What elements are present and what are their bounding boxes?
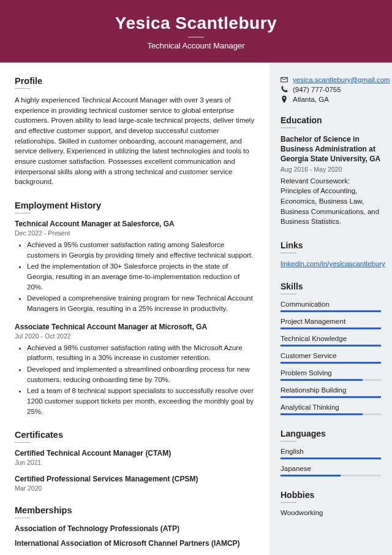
skill-item-bar-fill	[281, 396, 381, 398]
section-rule	[15, 213, 31, 213]
certificates-section: Certificates Certified Technical Account…	[15, 430, 255, 492]
section-rule	[15, 88, 31, 89]
skill-item-bar	[281, 327, 381, 329]
skill-item-label: Customer Service	[281, 352, 381, 359]
phone-text: (947) 777-0755	[293, 86, 341, 93]
certificate-date: Jun 2021	[15, 459, 255, 466]
profile-text: A highly experienced Technical Account M…	[15, 95, 255, 187]
section-rule	[281, 502, 296, 503]
phone-icon	[281, 86, 288, 93]
membership-item: Association of Technology Professionals …	[15, 524, 255, 533]
languages-heading: Languages	[281, 429, 381, 438]
email-link[interactable]: yesica.scantlebury@gmail.com	[293, 76, 390, 83]
section-rule	[15, 518, 31, 518]
profile-heading: Profile	[15, 76, 255, 86]
contact-email-row: yesica.scantlebury@gmail.com	[281, 76, 381, 83]
skills-heading: Skills	[281, 281, 381, 291]
skill-item: Analytical Thinking	[281, 404, 381, 415]
education-degree: Bachelor of Science in Business Administ…	[281, 134, 381, 164]
education-dates: Aug 2016 - May 2020	[281, 166, 381, 173]
links-heading: Links	[281, 240, 381, 250]
skill-item: Communication	[281, 300, 381, 312]
skill-item-bar	[281, 379, 381, 381]
skills-section: Skills CommunicationProject ManagementTe…	[281, 281, 381, 415]
skill-item-bar-fill	[281, 327, 381, 329]
employment-heading: Employment History	[15, 201, 255, 210]
job-bullet: Developed a comprehensive training progr…	[27, 293, 255, 313]
section-rule	[281, 128, 296, 128]
job-dates: Dec 2022 - Present	[15, 229, 255, 237]
person-title: Technical Account Manager	[0, 41, 392, 50]
skill-item-bar	[281, 345, 381, 346]
skill-item-label: Analytical Thinking	[281, 404, 381, 411]
skill-item-label: Problem Solving	[281, 369, 381, 377]
contact-block: yesica.scantlebury@gmail.com (947) 777-0…	[281, 76, 381, 103]
hobbies-heading: Hobbies	[281, 490, 381, 500]
location-icon	[281, 96, 288, 103]
certificate-title: Certified Professional Services Manageme…	[15, 475, 255, 483]
skill-item: Relationship Building	[281, 386, 381, 398]
language-item: Japanese	[281, 465, 381, 477]
section-rule	[281, 294, 296, 294]
memberships-section: Memberships Association of Technology Pr…	[15, 505, 255, 548]
skill-item-label: Project Management	[281, 318, 381, 325]
skill-item-bar	[281, 413, 381, 415]
memberships-heading: Memberships	[15, 505, 255, 515]
section-rule	[281, 253, 296, 253]
skill-item: Technical Knowledge	[281, 335, 381, 346]
job-bullets: Achieved a 95% customer satisfaction rat…	[15, 240, 255, 314]
education-detail: Relevant Coursework: Principles of Accou…	[281, 176, 381, 227]
skill-item: Project Management	[281, 318, 381, 329]
skill-item-bar-fill	[281, 310, 381, 312]
contact-phone-row: (947) 777-0755	[281, 86, 381, 93]
job-title: Technical Account Manager at Salesforce,…	[15, 220, 255, 228]
header-rule	[188, 37, 204, 37]
contact-location-row: Atlanta, GA	[281, 96, 381, 103]
language-item-bar-fill	[281, 475, 341, 477]
certificate-date: Mar 2020	[15, 484, 255, 492]
person-name: Yesica Scantlebury	[0, 13, 392, 33]
job-item: Technical Account Manager at Salesforce,…	[15, 220, 255, 314]
sidebar: yesica.scantlebury@gmail.com (947) 777-0…	[270, 63, 392, 555]
membership-item: International Association of Microsoft C…	[15, 539, 255, 548]
job-dates: Jul 2020 - Oct 2022	[15, 332, 255, 340]
certificate-item: Certified Professional Services Manageme…	[15, 475, 255, 492]
job-bullet: Achieved a 95% customer satisfaction rat…	[27, 240, 255, 260]
job-bullet: Led the implementation of 30+ Salesforce…	[27, 261, 255, 292]
skill-item-bar-fill	[281, 379, 363, 381]
job-bullets: Achieved a 98% customer satisfaction rat…	[15, 343, 255, 417]
languages-section: Languages EnglishJapanese	[281, 429, 381, 477]
skill-item-bar-fill	[281, 413, 363, 415]
profile-section: Profile A highly experienced Technical A…	[15, 76, 255, 187]
skill-item-label: Technical Knowledge	[281, 335, 381, 342]
email-icon	[281, 76, 288, 83]
main-column: Profile A highly experienced Technical A…	[0, 63, 270, 555]
language-item-label: English	[281, 448, 381, 455]
certificate-title: Certified Technical Account Manager (CTA…	[15, 449, 255, 457]
language-item-bar	[281, 457, 381, 459]
certificate-item: Certified Technical Account Manager (CTA…	[15, 449, 255, 466]
links-section: Links linkedin.com/in/yesicascantlebury	[281, 240, 381, 268]
language-item-bar-fill	[281, 457, 381, 459]
education-heading: Education	[281, 115, 381, 125]
certificates-heading: Certificates	[15, 430, 255, 440]
job-item: Associate Technical Account Manager at M…	[15, 323, 255, 417]
skill-item-label: Relationship Building	[281, 386, 381, 394]
education-section: Education Bachelor of Science in Busines…	[281, 115, 381, 227]
skill-item: Customer Service	[281, 352, 381, 364]
language-item-bar	[281, 475, 381, 477]
job-bullet: Led a team of 8 technical support specia…	[27, 386, 255, 416]
skill-item-bar-fill	[281, 362, 381, 364]
skill-item-bar	[281, 310, 381, 312]
job-title: Associate Technical Account Manager at M…	[15, 323, 255, 331]
location-text: Atlanta, GA	[293, 96, 329, 103]
skill-item: Problem Solving	[281, 369, 381, 381]
hobbies-section: Hobbies Woodworking	[281, 490, 381, 516]
hobby-item: Woodworking	[281, 509, 381, 516]
language-item-label: Japanese	[281, 465, 381, 472]
section-rule	[281, 441, 296, 442]
section-rule	[15, 442, 31, 443]
employment-section: Employment History Technical Account Man…	[15, 201, 255, 416]
job-bullet: Achieved a 98% customer satisfaction rat…	[27, 343, 255, 363]
link-item[interactable]: linkedin.com/in/yesicascantlebury	[281, 260, 385, 267]
